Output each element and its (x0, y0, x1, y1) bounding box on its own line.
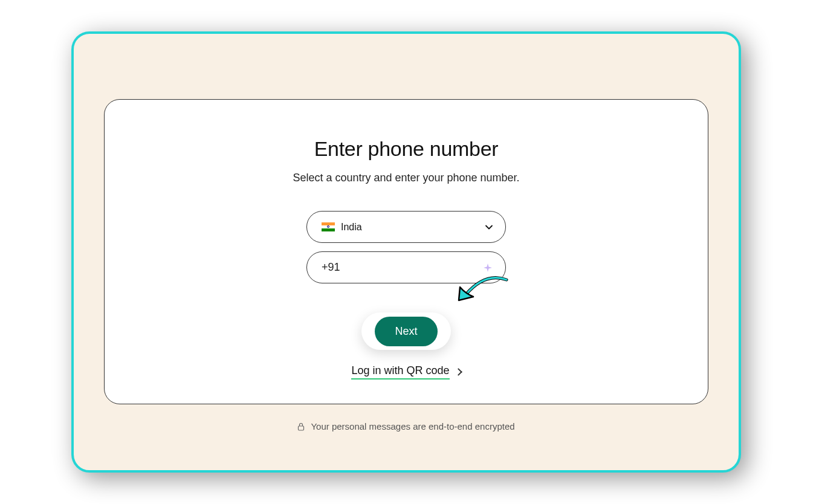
next-button[interactable]: Next (375, 317, 438, 346)
next-button-highlight: Next (361, 312, 451, 350)
qr-login-row: Log in with QR code (351, 364, 461, 380)
encryption-footer: Your personal messages are end-to-end en… (104, 421, 708, 431)
login-card: Enter phone number Select a country and … (104, 99, 708, 404)
chevron-down-icon (485, 223, 493, 231)
sparkle-icon (484, 263, 492, 272)
chevron-right-icon (455, 368, 462, 376)
country-name: India (341, 222, 485, 233)
svg-rect-0 (299, 426, 304, 430)
encryption-text: Your personal messages are end-to-end en… (311, 421, 514, 431)
lock-icon (297, 422, 305, 431)
phone-input[interactable] (322, 261, 493, 274)
page-subtitle: Select a country and enter your phone nu… (293, 172, 519, 184)
app-frame: Enter phone number Select a country and … (71, 31, 741, 473)
phone-input-container (306, 251, 506, 283)
country-select[interactable]: India (306, 211, 506, 243)
page-title: Enter phone number (314, 137, 499, 161)
qr-login-link[interactable]: Log in with QR code (351, 364, 449, 380)
india-flag-icon (322, 222, 335, 231)
